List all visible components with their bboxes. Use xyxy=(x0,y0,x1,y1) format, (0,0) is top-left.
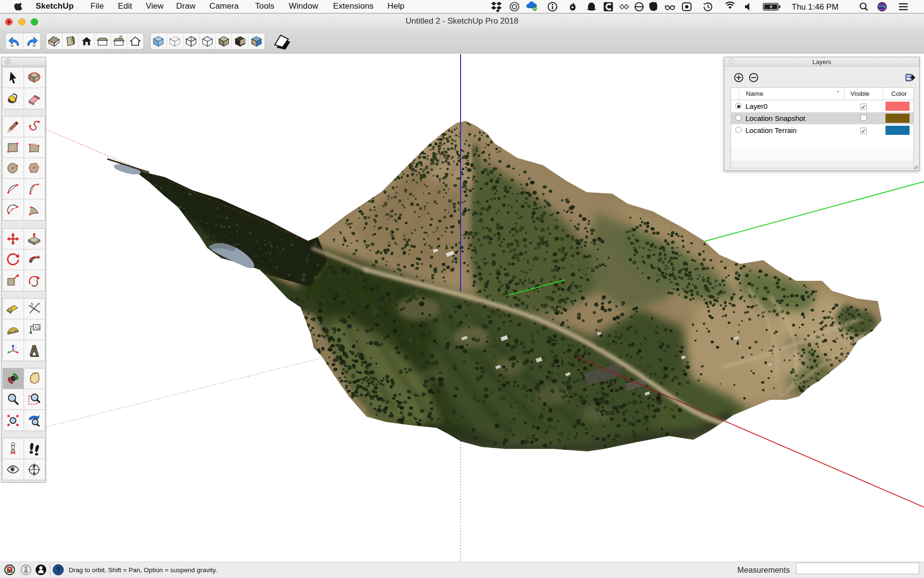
svg-text:N: N xyxy=(33,466,35,469)
svg-text:A1: A1 xyxy=(34,325,39,330)
svg-text:Thu 1:46 PM: Thu 1:46 PM xyxy=(792,2,838,12)
svg-text:?: ? xyxy=(56,566,61,574)
svg-text:5: 5 xyxy=(31,302,33,307)
